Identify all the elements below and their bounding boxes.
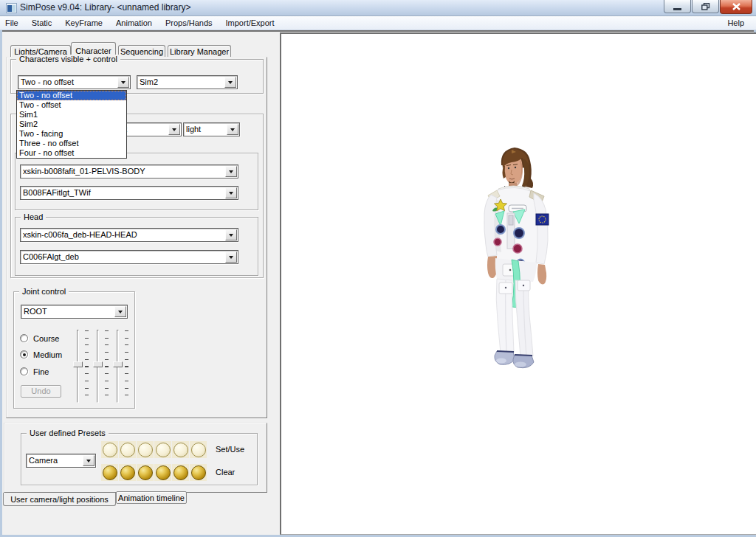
slider-thumb[interactable] <box>73 361 83 367</box>
radio-medium-label: Medium <box>33 350 62 359</box>
slider-ticks <box>85 330 89 402</box>
preset-set-button[interactable] <box>101 441 118 458</box>
body-texture-combobox[interactable]: B008FAFitlgt_TWif <box>20 186 238 200</box>
radio-course-label: Course <box>33 334 59 343</box>
dropdown-option[interactable]: Sim1 <box>17 110 126 119</box>
preset-clear-row <box>101 464 207 481</box>
characters-visible-group-label: Characters visible + control <box>16 55 120 63</box>
dropdown-option[interactable]: Two - offset <box>17 100 126 110</box>
preset-clear-button[interactable] <box>119 464 136 481</box>
body-mesh-combobox[interactable]: xskin-b008fafit_01-PELVIS-BODY <box>20 164 238 179</box>
preset-empty-icon <box>138 443 153 457</box>
slider-thumb[interactable] <box>93 361 103 367</box>
dropdown-arrow-icon[interactable] <box>83 455 94 466</box>
dropdown-arrow-icon[interactable] <box>225 187 237 198</box>
tab-animation-timeline[interactable]: Animation timeline <box>116 491 187 504</box>
preset-target-combobox[interactable]: Camera <box>26 454 96 468</box>
menu-item-props-hands[interactable]: Props/Hands <box>159 17 219 29</box>
tab-library-manager[interactable]: Library Manager <box>168 45 231 58</box>
control-panel: Lights/Camera Character Sequencing Libra… <box>2 33 278 536</box>
preset-empty-icon <box>103 443 117 457</box>
preset-filled-icon <box>120 465 135 480</box>
preset-empty-icon <box>156 443 171 457</box>
dropdown-arrow-icon[interactable] <box>224 77 236 88</box>
head-mesh-combobox[interactable]: xskin-c006fa_deb-HEAD-HEAD <box>20 228 238 242</box>
joint-slider-z[interactable] <box>113 328 129 404</box>
dropdown-option[interactable]: Sim2 <box>17 119 126 129</box>
preset-empty-icon <box>120 443 135 457</box>
preset-set-button[interactable] <box>190 441 207 458</box>
dropdown-arrow-icon[interactable] <box>114 306 126 317</box>
dropdown-option[interactable]: Three - no offset <box>17 139 126 148</box>
preset-filled-icon <box>156 465 171 480</box>
tab-sequencing[interactable]: Sequencing <box>118 45 165 58</box>
radio-medium[interactable] <box>20 350 28 358</box>
user-presets-group-label: User defined Presets <box>27 429 109 437</box>
undo-button[interactable]: Undo <box>21 385 61 398</box>
head-texture-combobox[interactable]: C006FAlgt_deb <box>20 250 238 264</box>
dropdown-arrow-icon[interactable] <box>168 124 180 135</box>
dropdown-option[interactable]: Two - facing <box>17 129 126 139</box>
menu-item-import-export[interactable]: Import/Export <box>219 17 281 29</box>
dropdown-arrow-icon[interactable] <box>225 229 237 240</box>
joint-combobox[interactable]: ROOT <box>21 305 128 319</box>
preset-clear-button[interactable] <box>190 464 207 481</box>
radio-fine[interactable] <box>20 367 28 375</box>
character-mode-combobox[interactable]: Two - no offset <box>18 75 131 89</box>
preset-set-button[interactable] <box>154 441 171 458</box>
preset-filled-icon <box>173 465 188 480</box>
title-bar[interactable]: SimPose v9.04: Library- <unnamed library… <box>0 0 756 16</box>
slider-ticks <box>125 330 128 402</box>
joint-slider-x[interactable] <box>73 328 89 404</box>
viewport-3d[interactable] <box>280 32 756 535</box>
preset-clear-button[interactable] <box>172 464 189 481</box>
menu-item-animation[interactable]: Animation <box>109 17 159 29</box>
clear-label: Clear <box>216 468 235 477</box>
dropdown-arrow-icon[interactable] <box>117 77 129 88</box>
dropdown-arrow-icon[interactable] <box>225 252 237 263</box>
skin-tone-combobox[interactable]: light <box>183 122 240 136</box>
joint-control-group-label: Joint control <box>19 287 69 296</box>
preset-filled-icon <box>191 465 206 480</box>
preset-empty-icon <box>173 443 188 457</box>
active-sim-combobox[interactable]: Sim2 <box>137 75 238 89</box>
app-window: SimPose v9.04: Library- <unnamed library… <box>0 0 756 537</box>
maximize-button[interactable] <box>692 0 719 13</box>
joint-slider-y[interactable] <box>93 328 109 404</box>
tab-user-camera-light-positions[interactable]: User camera/light positions <box>3 493 116 506</box>
preset-set-button[interactable] <box>172 441 189 458</box>
menu-item-help[interactable]: Help <box>723 18 749 28</box>
preset-set-button[interactable] <box>119 441 136 458</box>
radio-fine-label: Fine <box>33 367 49 376</box>
preset-clear-button[interactable] <box>137 464 154 481</box>
dropdown-arrow-icon[interactable] <box>227 124 238 135</box>
preset-set-row <box>101 441 207 458</box>
set-use-label: Set/Use <box>216 445 244 454</box>
head-group-label: Head <box>21 212 46 221</box>
dropdown-option[interactable]: Four - no offset <box>17 148 126 158</box>
astronaut-character <box>460 140 585 384</box>
preset-filled-icon <box>138 465 153 480</box>
dropdown-arrow-icon[interactable] <box>225 166 237 177</box>
menu-item-static[interactable]: Static <box>25 17 59 29</box>
menu-item-file[interactable]: File <box>0 17 25 29</box>
preset-empty-icon <box>191 443 206 457</box>
character-mode-dropdown-list: Two - no offset Two - offset Sim1 Sim2 T… <box>16 90 127 159</box>
dropdown-option-selected[interactable]: Two - no offset <box>17 91 126 100</box>
restore-icon <box>701 3 710 10</box>
slider-ticks <box>105 330 109 402</box>
preset-clear-button[interactable] <box>101 464 118 481</box>
radio-course[interactable] <box>20 334 28 342</box>
minimize-icon <box>673 8 681 10</box>
close-button[interactable] <box>720 0 752 14</box>
head-group: Head <box>15 217 258 276</box>
preset-filled-icon <box>103 465 117 480</box>
slider-thumb[interactable] <box>113 361 123 367</box>
app-icon[interactable] <box>6 3 17 13</box>
minimize-button[interactable] <box>664 0 691 13</box>
body-mesh-group <box>15 153 258 210</box>
preset-set-button[interactable] <box>137 441 154 458</box>
menu-item-keyframe[interactable]: KeyFrame <box>58 17 109 29</box>
window-title: SimPose v9.04: Library- <unnamed library… <box>20 2 190 13</box>
preset-clear-button[interactable] <box>154 464 171 481</box>
